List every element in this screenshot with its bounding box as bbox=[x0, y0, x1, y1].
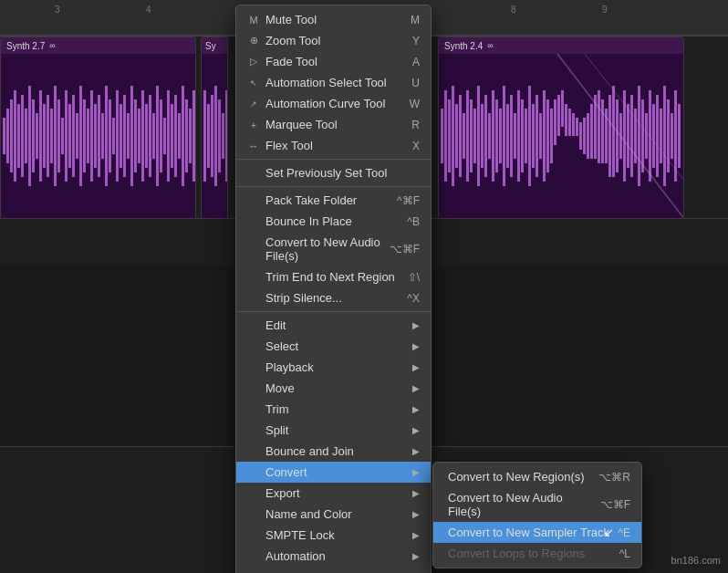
svg-rect-16 bbox=[25, 109, 27, 163]
svg-rect-37 bbox=[101, 113, 104, 159]
svg-text:9: 9 bbox=[602, 5, 608, 15]
menu-item-flex-tool[interactable]: ↔ Flex Tool X bbox=[236, 135, 431, 156]
svg-rect-29 bbox=[72, 95, 75, 177]
svg-rect-119 bbox=[612, 86, 615, 177]
menu-item-pack-take[interactable]: Pack Take Folder ^⌘F bbox=[236, 190, 431, 211]
svg-rect-88 bbox=[499, 109, 502, 163]
svg-rect-51 bbox=[152, 113, 155, 159]
svg-rect-110 bbox=[579, 122, 582, 150]
svg-rect-79 bbox=[466, 90, 469, 182]
strip-silence-label: Strip Silence... bbox=[265, 291, 400, 305]
svg-rect-53 bbox=[160, 99, 162, 172]
menu-item-automation-curve[interactable]: ↗ Automation Curve Tool W bbox=[236, 93, 431, 114]
menu-item-zoom-tool[interactable]: ⊕ Zoom Tool Y bbox=[236, 30, 431, 51]
svg-rect-43 bbox=[123, 95, 126, 177]
menu-item-convert[interactable]: Convert ▶ Convert to New Region(s) ⌥⌘R C… bbox=[236, 462, 431, 483]
svg-rect-13 bbox=[14, 90, 16, 182]
automation-select-shortcut: U bbox=[411, 77, 420, 89]
submenu-item-convert-loops[interactable]: Convert Loops to Regions ^L bbox=[433, 543, 641, 564]
menu-item-move[interactable]: Move ▶ bbox=[236, 378, 431, 399]
automation-curve-icon: ↗ bbox=[245, 99, 262, 109]
flex-tool-icon: ↔ bbox=[245, 141, 262, 151]
edit-arrow: ▶ bbox=[412, 320, 420, 330]
separator-1 bbox=[236, 159, 431, 160]
submenu-item-convert-sampler[interactable]: Convert to New Sampler Track ^E ↙ bbox=[433, 522, 641, 543]
svg-rect-95 bbox=[525, 109, 527, 163]
menu-item-bounce-join[interactable]: Bounce and Join ▶ bbox=[236, 441, 431, 462]
context-menu: M Mute Tool M ⊕ Zoom Tool Y ▷ Fade Tool … bbox=[235, 5, 432, 573]
trim-end-shortcut: ⇧\ bbox=[408, 271, 420, 284]
svg-rect-34 bbox=[90, 90, 93, 182]
svg-rect-98 bbox=[536, 95, 538, 177]
svg-rect-94 bbox=[521, 99, 524, 172]
svg-rect-127 bbox=[641, 99, 644, 172]
svg-rect-48 bbox=[141, 90, 144, 182]
svg-rect-96 bbox=[528, 86, 531, 186]
svg-rect-109 bbox=[576, 118, 578, 136]
menu-item-set-previously[interactable]: Set Previously Set Tool bbox=[236, 162, 431, 183]
name-color-label: Name and Color bbox=[265, 507, 409, 521]
convert-region-shortcut: ⌥⌘R bbox=[598, 471, 630, 484]
svg-rect-31 bbox=[79, 86, 82, 186]
split-label: Split bbox=[265, 423, 409, 437]
svg-rect-20 bbox=[39, 90, 42, 182]
svg-rect-86 bbox=[492, 90, 494, 182]
svg-rect-67 bbox=[214, 86, 217, 186]
set-previously-label: Set Previously Set Tool bbox=[265, 166, 420, 180]
svg-rect-10 bbox=[3, 118, 5, 154]
svg-rect-46 bbox=[134, 99, 137, 172]
svg-rect-62 bbox=[192, 90, 195, 182]
svg-rect-118 bbox=[608, 95, 611, 177]
convert-sampler-shortcut: ^E bbox=[618, 526, 630, 539]
menu-item-bounce-in-place[interactable]: Bounce In Place ^B bbox=[236, 211, 431, 232]
convert-submenu: Convert to New Region(s) ⌥⌘R Convert to … bbox=[432, 462, 642, 568]
svg-rect-14 bbox=[17, 104, 20, 168]
svg-rect-120 bbox=[616, 99, 619, 172]
menu-item-trim-end[interactable]: Trim End to Next Region ⇧\ bbox=[236, 266, 431, 287]
menu-item-automation[interactable]: Automation ▶ bbox=[236, 546, 431, 567]
track-3-label: Synth 2.4 bbox=[444, 41, 483, 51]
menu-item-export[interactable]: Export ▶ bbox=[236, 483, 431, 504]
smpte-lock-label: SMPTE Lock bbox=[265, 528, 409, 542]
svg-rect-42 bbox=[120, 104, 122, 168]
svg-rect-35 bbox=[94, 104, 97, 168]
menu-item-split[interactable]: Split ▶ bbox=[236, 420, 431, 441]
watermark: bn186.com bbox=[671, 555, 721, 566]
menu-item-fade-tool[interactable]: ▷ Fade Tool A bbox=[236, 51, 431, 72]
svg-rect-17 bbox=[28, 86, 31, 186]
svg-rect-28 bbox=[68, 104, 71, 168]
svg-rect-101 bbox=[546, 99, 549, 172]
menu-item-name-color[interactable]: Name and Color ▶ bbox=[236, 504, 431, 525]
track-2-label: Sy bbox=[205, 41, 216, 51]
svg-rect-26 bbox=[61, 118, 64, 154]
svg-rect-30 bbox=[76, 113, 78, 159]
menu-item-automation-select[interactable]: ↖ Automation Select Tool U bbox=[236, 72, 431, 93]
menu-item-trim[interactable]: Trim ▶ bbox=[236, 399, 431, 420]
menu-item-marquee-tool[interactable]: + Marquee Tool R bbox=[236, 114, 431, 135]
menu-item-smpte-lock[interactable]: SMPTE Lock ▶ bbox=[236, 525, 431, 546]
svg-rect-49 bbox=[145, 104, 148, 168]
svg-rect-57 bbox=[174, 95, 177, 177]
convert-audio-label: Convert to New Audio File(s) bbox=[265, 235, 382, 263]
svg-rect-38 bbox=[105, 86, 108, 186]
menu-item-select[interactable]: Select ▶ bbox=[236, 336, 431, 357]
svg-rect-103 bbox=[554, 99, 556, 145]
svg-rect-11 bbox=[6, 109, 9, 163]
submenu-item-convert-audio-file[interactable]: Convert to New Audio File(s) ⌥⌘F bbox=[433, 487, 641, 522]
menu-item-mute-tool[interactable]: M Mute Tool M bbox=[236, 9, 431, 30]
submenu-item-convert-region[interactable]: Convert to New Region(s) ⌥⌘R bbox=[433, 466, 641, 487]
svg-rect-115 bbox=[598, 90, 600, 163]
menu-item-edit[interactable]: Edit ▶ bbox=[236, 315, 431, 336]
menu-item-convert-audio[interactable]: Convert to New Audio File(s) ⌥⌘F bbox=[236, 232, 431, 266]
svg-rect-100 bbox=[543, 90, 546, 182]
automation-label: Automation bbox=[265, 549, 409, 563]
menu-item-playback[interactable]: Playback ▶ bbox=[236, 357, 431, 378]
svg-rect-25 bbox=[57, 99, 60, 172]
trim-arrow: ▶ bbox=[412, 404, 420, 414]
menu-item-midi[interactable]: MIDI ▶ bbox=[236, 567, 431, 573]
separator-3 bbox=[236, 311, 431, 312]
svg-rect-102 bbox=[550, 109, 553, 163]
playback-arrow: ▶ bbox=[412, 362, 420, 372]
menu-item-strip-silence[interactable]: Strip Silence... ^X bbox=[236, 287, 431, 308]
convert-audio-file-label: Convert to New Audio File(s) bbox=[448, 491, 593, 518]
